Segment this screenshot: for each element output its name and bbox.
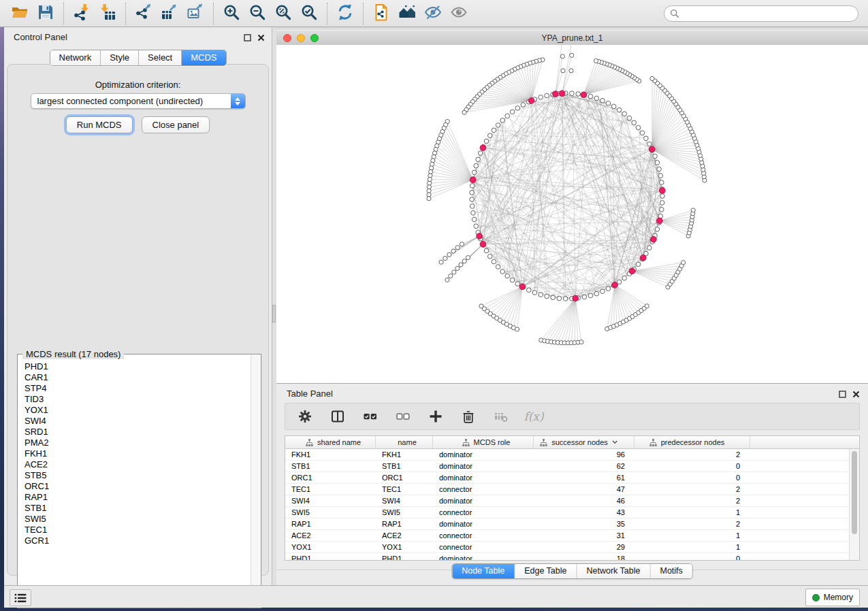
memory-button[interactable]: Memory [805, 589, 860, 606]
table-scrollbar[interactable] [849, 449, 859, 560]
table-panel-title: Table Panel [287, 389, 333, 399]
search-input[interactable] [682, 7, 858, 20]
list-item[interactable]: SRD1 [25, 427, 251, 437]
close-panel-icon[interactable] [852, 389, 860, 401]
list-item[interactable]: STP4 [25, 383, 251, 394]
list-item[interactable]: STB5 [25, 470, 251, 481]
open-session-network-button[interactable] [370, 3, 392, 24]
show-graphics-button[interactable] [448, 3, 470, 24]
tab-network[interactable]: Network [50, 50, 101, 65]
import-table-button[interactable] [97, 3, 118, 24]
mcds-panel: Optimization criterion: largest connecte… [7, 64, 269, 576]
table-row[interactable]: SWI5SWI5connector431 [285, 507, 859, 518]
table-panel: Table Panel f(x) shared name name MCDS r… [276, 383, 868, 585]
delete-column-button[interactable] [461, 409, 476, 424]
column-header-filler [750, 436, 859, 448]
column-header-name[interactable]: name [376, 436, 433, 448]
list-item[interactable]: TEC1 [25, 525, 251, 535]
status-bar: Memory [4, 585, 868, 608]
zoom-selected-button[interactable] [298, 3, 320, 24]
list-item[interactable]: GCR1 [25, 535, 251, 546]
import-network-button[interactable] [71, 3, 93, 24]
table-row[interactable]: ORC1ORC1dominator610 [285, 472, 859, 484]
table-delete-icon [494, 410, 508, 423]
tab-style[interactable]: Style [101, 50, 139, 65]
list-item[interactable]: ORC1 [25, 481, 251, 492]
table-row[interactable]: ACE2ACE2connector311 [285, 530, 859, 542]
list-item[interactable]: ACE2 [25, 459, 251, 470]
table-row[interactable]: TEC1TEC1connector472 [285, 484, 859, 495]
zoom-in-button[interactable] [221, 3, 242, 24]
open-button[interactable] [9, 3, 31, 24]
function-builder-button[interactable]: f(x) [526, 409, 541, 424]
network-canvas[interactable] [276, 45, 868, 383]
refresh-icon [336, 3, 354, 24]
column-header-mcds-role[interactable]: MCDS role [433, 436, 534, 448]
table-row[interactable]: STB1STB1dominator620 [285, 461, 859, 472]
list-item[interactable]: SWI4 [25, 416, 251, 427]
export-network-button[interactable] [133, 3, 155, 24]
criterion-dropdown-value: largest connected component (undirected) [31, 96, 231, 106]
list-item[interactable]: SWI5 [25, 514, 251, 525]
deselect-all-button[interactable] [396, 409, 411, 424]
list-item[interactable]: YOX1 [25, 405, 251, 416]
export-table-button[interactable] [159, 3, 180, 24]
table-header: shared name name MCDS role successor nod… [285, 436, 859, 449]
zoom-out-button[interactable] [246, 3, 268, 24]
show-column-button[interactable] [330, 409, 345, 424]
list-item[interactable]: RAP1 [25, 492, 251, 503]
column-header-predecessor-nodes[interactable]: predecessor nodes [634, 436, 750, 448]
criterion-dropdown[interactable]: largest connected component (undirected) [31, 93, 246, 109]
hide-graphics-button[interactable] [422, 3, 444, 24]
save-button[interactable] [35, 3, 57, 24]
close-window-icon[interactable] [283, 34, 291, 42]
list-item[interactable]: PHD1 [25, 361, 251, 372]
tab-edge-table[interactable]: Edge Table [515, 564, 577, 578]
column-header-shared-name[interactable]: shared name [285, 436, 376, 448]
search-icon [670, 9, 679, 18]
tab-motifs[interactable]: Motifs [650, 564, 692, 578]
tab-node-table[interactable]: Node Table [452, 564, 515, 578]
table-scrollbar-thumb[interactable] [852, 451, 857, 534]
list-item[interactable]: TID3 [25, 394, 251, 405]
unchecked-boxes-icon [396, 410, 410, 423]
zoom-fit-button[interactable] [272, 3, 294, 24]
add-column-button[interactable] [428, 409, 443, 424]
run-mcds-button[interactable]: Run MCDS [66, 116, 133, 133]
mcds-result-list: PHD1 CAR1 STP4 TID3 YOX1 SWI4 SRD1 PMA2 … [18, 361, 251, 607]
network-graph[interactable] [276, 45, 868, 383]
network-window-titlebar[interactable]: YPA_prune.txt_1 [276, 30, 868, 46]
toolbar-separator [363, 3, 364, 24]
table-row[interactable]: PHD1PHD1dominator180 [285, 553, 859, 561]
select-all-button[interactable] [363, 409, 378, 424]
attribute-icon [306, 439, 313, 446]
table-row[interactable]: RAP1RAP1dominator352 [285, 518, 859, 530]
trash-icon [462, 410, 475, 423]
float-panel-icon[interactable] [839, 389, 846, 401]
close-panel-button[interactable]: Close panel [142, 116, 210, 133]
list-item[interactable]: PMA2 [25, 437, 251, 448]
splitter-grip[interactable] [272, 305, 276, 323]
console-button[interactable] [10, 589, 31, 606]
column-header-successor-nodes[interactable]: successor nodes [534, 436, 634, 448]
delete-table-button[interactable] [494, 409, 509, 424]
list-item[interactable]: STB1 [25, 503, 251, 514]
home-button[interactable] [396, 3, 418, 24]
close-panel-icon[interactable] [257, 32, 265, 44]
table-row[interactable]: SWI4SWI4dominator462 [285, 495, 859, 507]
table-row[interactable]: YOX1YOX1connector291 [285, 542, 859, 553]
tab-network-table[interactable]: Network Table [577, 564, 651, 578]
list-item[interactable]: CAR1 [25, 372, 251, 383]
result-scrollbar[interactable] [251, 355, 260, 607]
refresh-button[interactable] [334, 3, 356, 24]
control-panel: Control Panel Network Style Select MCDS … [4, 27, 272, 585]
float-panel-icon[interactable] [244, 32, 251, 44]
tab-select[interactable]: Select [139, 50, 182, 65]
table-row[interactable]: FKH1FKH1dominator962 [285, 449, 859, 461]
tab-mcds[interactable]: MCDS [182, 50, 225, 65]
maximize-window-icon[interactable] [310, 34, 319, 42]
list-item[interactable]: FKH1 [25, 448, 251, 459]
table-settings-button[interactable] [298, 409, 312, 424]
minimize-window-icon[interactable] [297, 34, 305, 42]
export-image-button[interactable] [184, 3, 206, 24]
